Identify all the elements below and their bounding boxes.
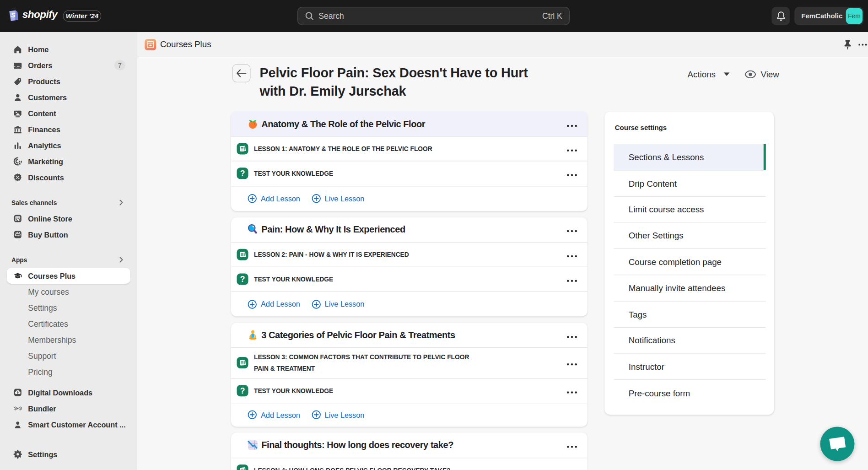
svg-text:S: S bbox=[11, 12, 16, 19]
